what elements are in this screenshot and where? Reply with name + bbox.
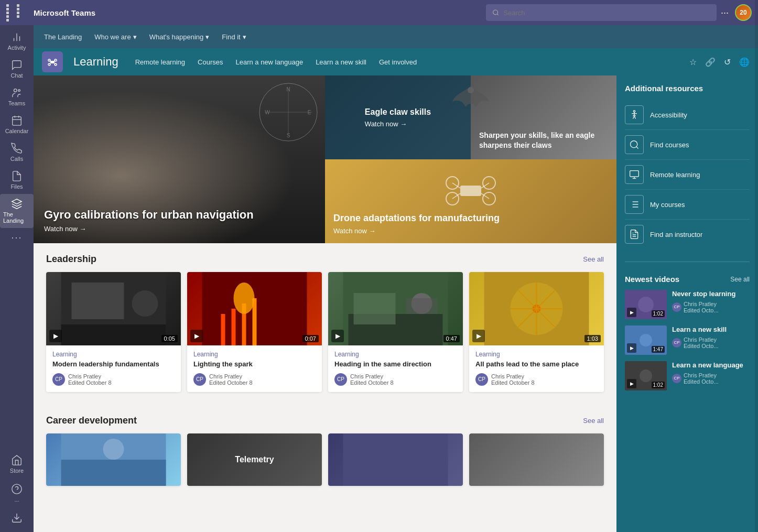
search-icon: [492, 9, 499, 16]
sidebar-item-more[interactable]: ···: [0, 228, 34, 247]
globe-icon[interactable]: 🌐: [739, 57, 750, 67]
hero-drone[interactable]: Drone adaptations for manufacturing Watc…: [325, 159, 616, 243]
sidebar-item-teams[interactable]: Teams: [0, 83, 34, 111]
svg-point-79: [640, 370, 652, 382]
svg-rect-3: [13, 117, 21, 126]
play-button-2[interactable]: ▶: [190, 330, 203, 342]
learning-header-icons: ☆ 🔗 ↺ 🌐: [689, 57, 750, 67]
newest-play-1: ▶: [627, 308, 636, 317]
learning-header: Learning Remote learning Courses Learn a…: [34, 48, 758, 75]
learning-logo: [42, 51, 63, 72]
sidebar-label-landing: The Landing: [3, 211, 30, 224]
resource-accessibility[interactable]: Accessibility: [625, 100, 750, 130]
video-author-2: CP Chris Pratley Edited October 8: [193, 373, 316, 386]
resource-find-courses[interactable]: Find courses: [625, 130, 750, 160]
help-icon: [11, 483, 23, 495]
video-card-1[interactable]: ▶ 0:05 Learning Modern leadership fundam…: [46, 272, 181, 392]
nav-find-it[interactable]: Find it ▾: [222, 31, 246, 43]
sidebar-item-calendar[interactable]: Calendar: [0, 111, 34, 138]
newest-video-1[interactable]: ▶ 1:02 Never stop learning CP Chris Prat…: [625, 290, 750, 319]
hero-eagle-watch[interactable]: Watch now →: [365, 120, 431, 128]
refresh-icon[interactable]: ↺: [724, 57, 731, 67]
hero-grid: N E S W Gyro calibrations for urban navi…: [34, 75, 616, 243]
author-name-1: Chris Pratley: [68, 373, 112, 379]
sidebar-item-download[interactable]: [7, 508, 27, 528]
more-options-button[interactable]: ···: [721, 7, 729, 18]
sidebar-item-help[interactable]: ...: [7, 479, 27, 507]
nav-courses[interactable]: Courses: [198, 58, 223, 66]
newest-author-text-2: Chris Pratley Edited Octo...: [684, 336, 719, 349]
career-see-all[interactable]: See all: [583, 417, 604, 425]
author-avatar-4: CP: [475, 373, 488, 386]
author-avatar-2: CP: [193, 373, 206, 386]
video-card-2[interactable]: ▶ 0:07 Learning Lighting the spark CP Ch…: [187, 272, 322, 392]
sidebar-item-activity[interactable]: Activity: [0, 27, 34, 55]
activity-icon: [11, 31, 23, 43]
svg-rect-58: [61, 460, 166, 486]
career-card-3[interactable]: [328, 433, 463, 486]
newest-thumb-2: ▶ 1:47: [625, 325, 667, 355]
newest-video-3[interactable]: ▶ 1:02 Learn a new language CP Chris Pra…: [625, 361, 750, 390]
hero-gyro-watch[interactable]: Watch now →: [44, 225, 254, 233]
career-card-2[interactable]: Telemetry: [187, 433, 322, 486]
resource-label-find-courses: Find courses: [650, 141, 689, 149]
hero-gyro[interactable]: N E S W Gyro calibrations for urban navi…: [34, 75, 325, 243]
svg-point-77: [640, 334, 652, 346]
nav-get-involved[interactable]: Get involved: [379, 58, 417, 66]
career-card-1[interactable]: [46, 433, 181, 486]
sidebar-item-chat[interactable]: Chat: [0, 55, 34, 83]
topbar: Microsoft Teams ··· 20: [0, 0, 758, 25]
newest-videos-title: Newest videos: [625, 275, 679, 284]
nav-whats-happening[interactable]: What's happening ▾: [149, 31, 210, 43]
sidebar-item-store[interactable]: Store: [7, 450, 27, 478]
nav-learn-skill[interactable]: Learn a new skill: [316, 58, 366, 66]
resource-remote-learning[interactable]: Remote learning: [625, 160, 750, 190]
landing-icon: [11, 198, 23, 210]
bookmark-icon[interactable]: ☆: [689, 57, 697, 67]
newest-avatar-3: CP: [672, 374, 681, 383]
apps-grid-icon[interactable]: [6, 4, 26, 21]
search-bar[interactable]: [486, 4, 717, 21]
nav-who-we-are[interactable]: Who we are ▾: [94, 31, 136, 43]
main-layout: Activity Chat Teams Calendar Calls Files…: [0, 25, 758, 532]
video-thumb-3: ▶ 0:47: [328, 272, 463, 345]
career-section: Career development See all: [34, 405, 616, 486]
document-svg: [629, 229, 640, 240]
video-card-4[interactable]: ▶ 1:03 Learning All paths lead to the sa…: [469, 272, 604, 392]
search-svg: [629, 139, 640, 150]
video-info-4: Learning All paths lead to the same plac…: [469, 345, 604, 392]
search-input[interactable]: [503, 9, 710, 17]
sidebar-label-calls: Calls: [10, 156, 23, 162]
svg-point-2: [18, 90, 20, 92]
hero-drone-watch[interactable]: Watch now →: [333, 227, 500, 235]
newest-thumb-3: ▶ 1:02: [625, 361, 667, 390]
career-card-4[interactable]: [469, 433, 604, 486]
play-button-3[interactable]: ▶: [331, 330, 344, 342]
resource-my-courses[interactable]: My courses: [625, 190, 750, 220]
content-area: N E S W Gyro calibrations for urban navi…: [34, 75, 758, 532]
nav-remote-learning[interactable]: Remote learning: [135, 58, 185, 66]
nav-learn-language[interactable]: Learn a new language: [235, 58, 303, 66]
newest-see-all[interactable]: See all: [730, 276, 750, 283]
video-card-3[interactable]: ▶ 0:47 Learning Heading in the same dire…: [328, 272, 463, 392]
nav-landing[interactable]: The Landing: [44, 31, 82, 43]
sidebar-item-calls[interactable]: Calls: [0, 138, 34, 166]
video-info-3: Learning Heading in the same direction C…: [328, 345, 463, 392]
sidebar-label-calendar: Calendar: [5, 128, 29, 134]
play-button-1[interactable]: ▶: [49, 330, 62, 342]
link-icon[interactable]: 🔗: [705, 57, 716, 67]
resource-label-accessibility: Accessibility: [650, 111, 687, 119]
resource-find-instructor[interactable]: Find an instructor: [625, 220, 750, 249]
hero-eagle[interactable]: Eagle claw skills Watch now →: [325, 75, 616, 159]
secondary-nav: The Landing Who we are ▾ What's happenin…: [34, 25, 758, 48]
newest-video-2[interactable]: ▶ 1:47 Learn a new skill CP Chris Pratle…: [625, 325, 750, 355]
leadership-see-all[interactable]: See all: [583, 255, 604, 263]
sidebar-item-files[interactable]: Files: [0, 166, 34, 194]
svg-point-61: [633, 111, 635, 112]
avatar[interactable]: 20: [735, 4, 752, 21]
play-button-4[interactable]: ▶: [472, 330, 485, 342]
video-author-3: CP Chris Pratley Edited October 8: [334, 373, 457, 386]
sidebar-item-landing[interactable]: The Landing: [0, 194, 34, 228]
video-title-1: Modern leadership fundamentals: [52, 360, 175, 369]
remote-learning-icon: [625, 165, 644, 184]
